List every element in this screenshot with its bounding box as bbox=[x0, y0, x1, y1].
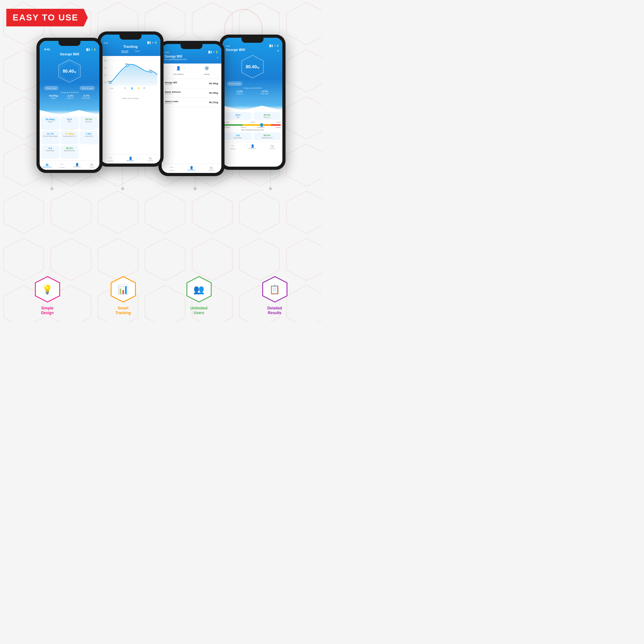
detailed-results-label: DetailedResults bbox=[267, 306, 282, 316]
phone4-plus: + bbox=[277, 49, 279, 53]
phone-tracking: 9:41 ▐▌▌ ✦ 🔋 Tracking Month Year 230 221… bbox=[97, 31, 164, 167]
tab-month[interactable]: Month bbox=[121, 50, 128, 53]
member-row-2[interactable]: Sarah Johnson 9/19/2019 56.35kg bbox=[162, 88, 221, 98]
nav4-products[interactable]: 🛍 Products bbox=[263, 144, 282, 149]
metric-fatfree: 11.7% Fat-free Body Weight bbox=[41, 131, 59, 144]
phone4-weight-value: 80.40kg bbox=[246, 64, 259, 69]
nav2-tracking[interactable]: 〜 Tracking bbox=[101, 156, 120, 162]
phone2-screen: 9:41 ▐▌▌ ✦ 🔋 Tracking Month Year 230 221… bbox=[101, 35, 160, 164]
svg-text:202: 202 bbox=[104, 81, 107, 83]
metrics-grid: 80.40kg Weight 22.0 BMI 25.5% Body Fat 1… bbox=[40, 115, 99, 160]
member-weight-2: 56.35kg bbox=[209, 92, 218, 94]
phone3-email: georgewill@gmail.com bbox=[165, 58, 187, 60]
wave-divider bbox=[40, 110, 99, 115]
phone-account: 9:41 ▐▌▌ ✦ 🔋 George Will georgewill@gmai… bbox=[158, 41, 225, 176]
phone1-bottom-nav: ▦ Measurements 〜 Tracking 👤 My Account 🛍… bbox=[40, 160, 99, 170]
fat-ratio-bar bbox=[224, 124, 281, 126]
phone4-goals: Body fat goal bbox=[226, 82, 279, 86]
account2-icon: 👤 bbox=[120, 157, 140, 160]
nav3-products[interactable]: 🛍 Products bbox=[202, 166, 221, 171]
phone4-notch bbox=[241, 38, 264, 43]
phone1-header: 9:41 ▐▌▌ ✦ 🔋 George Will 80.40kg We bbox=[40, 41, 99, 110]
tracking-icon: 〜 bbox=[55, 162, 70, 167]
tab-year[interactable]: Year bbox=[135, 50, 140, 53]
fat-level-acceptable: 25.0% bbox=[276, 121, 281, 123]
smart-tracking-icon: 📊 bbox=[118, 284, 129, 294]
svg-text:219.0: 219.0 bbox=[125, 63, 129, 65]
member-row-1[interactable]: George Will 9/22/2019 80.40kg bbox=[162, 79, 221, 88]
weight-goal-btn[interactable]: Weight goal bbox=[44, 86, 58, 90]
add-member-action[interactable]: 👤 Add a Member bbox=[173, 66, 184, 76]
easy-to-use-banner: EASY TO USE bbox=[6, 9, 88, 26]
metric-weight: 80.40kg Weight bbox=[41, 116, 59, 130]
tracking-label: Tracking bbox=[55, 167, 70, 168]
settings-action[interactable]: ⚙️ Settings bbox=[204, 66, 210, 76]
measurements-icon: ▦ bbox=[40, 163, 55, 166]
nav4-account[interactable]: 👤 My Account bbox=[242, 144, 262, 149]
detailed-results-icon: 📋 bbox=[269, 284, 280, 294]
phone2-tabs: Month Year bbox=[104, 50, 157, 53]
phone1-signal: ▐▌▌ ✦ 🔋 bbox=[86, 48, 96, 51]
nav2-products[interactable]: 🛍 Products bbox=[141, 157, 160, 162]
svg-text:⚡: ⚡ bbox=[137, 86, 140, 90]
metric-bodywater: 6.0 Body Water bbox=[41, 145, 59, 159]
metric-skeletal: 55.0% Skeletal Muscle bbox=[60, 145, 79, 159]
tracking3-icon: 〜 bbox=[162, 165, 181, 170]
phone2-bottom-nav: 〜 Tracking 👤 My Account 🛍 Products bbox=[101, 154, 160, 164]
phone4-bodywater: 6.0 Body Water bbox=[224, 132, 252, 140]
nav-products[interactable]: 🛍 Products bbox=[85, 163, 100, 168]
svg-text:215.6: 215.6 bbox=[148, 69, 153, 71]
phone3-signal: ▐▌▌ ✦ 🔋 bbox=[208, 51, 218, 53]
svg-text:230: 230 bbox=[104, 60, 107, 62]
phone4-screen: 9:41 ▐▌▌ ✦ 🔋 George Will + 80.40kg bbox=[223, 38, 282, 167]
account-icon: 👤 bbox=[69, 163, 85, 166]
member-info-2: Sarah Johnson 9/19/2019 bbox=[165, 91, 181, 95]
tracking4-icon: 〜 bbox=[223, 144, 242, 148]
metric-subcutaneous: 75.48kg Subcutaneous Fat bbox=[60, 131, 79, 144]
tracking2-label: Tracking bbox=[101, 160, 120, 162]
tracking4-label: Tracking bbox=[223, 148, 242, 150]
bodyfat-goal-btn[interactable]: Body fat goal bbox=[80, 86, 95, 90]
nav2-account[interactable]: 👤 My Account bbox=[120, 157, 140, 162]
nav-measurements[interactable]: ▦ Measurements bbox=[40, 163, 55, 168]
phone3-username: George Will bbox=[165, 55, 187, 58]
member-name-3: James Lewis bbox=[165, 100, 178, 103]
products-icon: 🛍 bbox=[85, 163, 100, 166]
phone-measurements: 9:41 ▐▌▌ ✦ 🔋 George Will 80.40kg We bbox=[36, 38, 103, 173]
account4-label: My Account bbox=[242, 148, 262, 149]
prefer-time: Prefer Time: All Day bbox=[102, 97, 159, 100]
features-section: 💡 SimpleDesign 📊 SmartTracking 👥 Unlimit… bbox=[0, 275, 322, 316]
phone1-screen: 9:41 ▐▌▌ ✦ 🔋 George Will 80.40kg We bbox=[40, 41, 99, 170]
phone1-weight-value: 80.40kg bbox=[63, 69, 76, 74]
phone4-skeletal: 55.0% Skeletal Muscle bbox=[253, 132, 281, 140]
phone4-bodyfat-goal[interactable]: Body fat goal bbox=[227, 82, 242, 86]
phone4-bmi: 22.0 BMI bbox=[224, 112, 252, 120]
simple-design-label: SimpleDesign bbox=[41, 306, 53, 316]
phone1-stats-row: +8.67kg Weight -1.2% Body Fat -0.7% Body… bbox=[43, 94, 96, 99]
svg-text:215.8: 215.8 bbox=[108, 81, 112, 82]
fat-label-fitness: Fitness bbox=[241, 126, 246, 128]
phone4-time: 9:41 bbox=[226, 45, 230, 47]
nav-tracking[interactable]: 〜 Tracking bbox=[55, 162, 70, 168]
feature-unlimited-users: 👥 UnlimitedUsers bbox=[180, 275, 218, 316]
member-name-1: George Will bbox=[165, 81, 177, 84]
smart-tracking-hex-container: 📊 bbox=[109, 275, 137, 303]
nav3-tracking[interactable]: 〜 Tracking bbox=[162, 165, 181, 171]
phone1-goals: Weight goal Body fat goal bbox=[43, 86, 96, 90]
nav4-tracking[interactable]: 〜 Tracking bbox=[223, 144, 242, 150]
phone2-time: 9:41 bbox=[104, 42, 108, 44]
members-list: George Will 9/22/2019 80.40kg Sarah John… bbox=[162, 79, 221, 164]
phone3-screen: 9:41 ▐▌▌ ✦ 🔋 George Will georgewill@gmai… bbox=[162, 44, 221, 173]
nav-account[interactable]: 👤 My Account bbox=[69, 163, 85, 168]
phone3-time: 9:41 bbox=[165, 51, 169, 53]
svg-text:≡: ≡ bbox=[124, 87, 126, 90]
member-weight-1: 80.40kg bbox=[209, 82, 218, 85]
member-date-1: 9/22/2019 bbox=[165, 84, 177, 86]
fat-composition-label: Body composition fat tissue ratio bbox=[224, 129, 281, 131]
phone4-signal: ▐▌▌ ✦ 🔋 bbox=[269, 45, 279, 47]
nav3-account[interactable]: 👤 My Account bbox=[181, 166, 201, 171]
smart-tracking-label: SmartTracking bbox=[115, 306, 131, 316]
simple-design-icon: 💡 bbox=[42, 284, 53, 294]
unlimited-users-label: UnlimitedUsers bbox=[190, 306, 208, 316]
member-row-3[interactable]: James Lewis 9/18/2019 86.21kg bbox=[162, 98, 221, 107]
